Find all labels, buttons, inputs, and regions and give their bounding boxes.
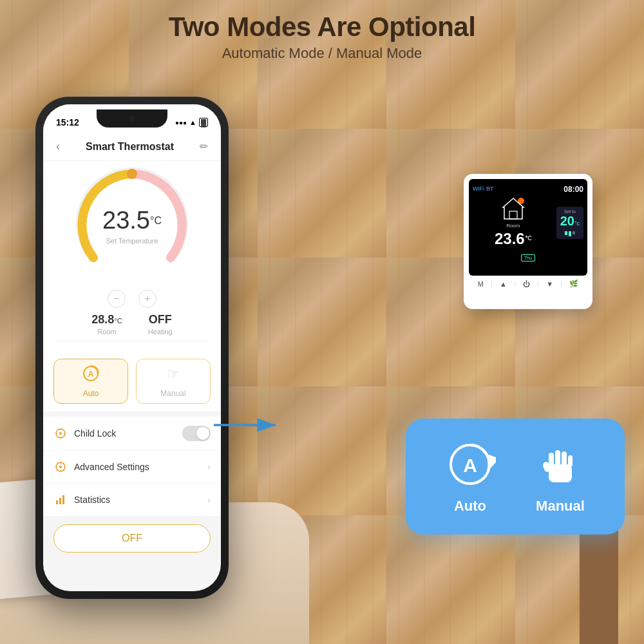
device-day-label: Thu	[521, 254, 535, 261]
temp-number: 23.5	[102, 207, 150, 234]
svg-point-11	[59, 466, 62, 468]
device-controls: M | ▲ | ⏻ | ▼ | 🌿	[469, 276, 587, 289]
svg-rect-22	[62, 495, 64, 504]
statistics-item[interactable]: Statistics ›	[43, 484, 221, 516]
device-house-area: Room 23.6℃	[473, 197, 554, 248]
temp-controls: − +	[56, 290, 208, 308]
info-auto-label: Auto	[454, 498, 486, 515]
advanced-settings-item[interactable]: Advanced Settings ›	[43, 451, 221, 484]
statistics-label: Statistics	[74, 495, 201, 505]
wifi-icon: ▲	[189, 118, 196, 126]
info-auto-icon: A	[444, 439, 496, 490]
advanced-settings-label: Advanced Settings	[74, 462, 201, 472]
nav-title: Smart Thermostat	[86, 141, 174, 153]
phone-body: 15:12 ●●● ▲ ▓ ‹ Smart Thermostat ✏	[35, 97, 229, 599]
device-set-temp-area: Set to 20°c	[556, 207, 583, 239]
device-power-button[interactable]: ⏻	[523, 280, 530, 288]
svg-text:☞: ☞	[167, 366, 180, 382]
device-leaf-button[interactable]: 🌿	[569, 279, 578, 288]
device-down-button[interactable]: ▼	[546, 280, 553, 288]
off-button[interactable]: OFF	[53, 524, 211, 553]
info-card-auto: A Auto	[444, 439, 496, 515]
device-body: WiFi BT 08:00	[464, 174, 592, 309]
child-lock-item[interactable]: Child Lock	[43, 417, 221, 451]
heating-display: OFF Heating	[148, 313, 173, 336]
furniture-leg	[580, 515, 618, 644]
svg-line-17	[63, 469, 64, 471]
child-lock-label: Child Lock	[74, 428, 176, 439]
device-current-temp: 23.6℃	[473, 230, 554, 248]
temp-unit: °C	[150, 215, 162, 226]
svg-text:A: A	[463, 455, 477, 476]
manual-mode-button[interactable]: ☞ Manual	[136, 359, 211, 404]
svg-point-0	[127, 169, 137, 179]
svg-rect-26	[509, 211, 517, 219]
advanced-settings-icon	[53, 460, 68, 474]
svg-rect-34	[562, 451, 567, 467]
manual-mode-label: Manual	[160, 389, 185, 398]
svg-line-16	[57, 464, 59, 465]
device-room-label: Room	[473, 223, 554, 229]
room-temp-display: 28.8°C Room	[91, 313, 122, 336]
device-wifi-icon: WiFi	[473, 185, 484, 192]
status-icons: ●●● ▲ ▓	[175, 118, 208, 127]
room-label: Room	[91, 328, 122, 336]
temperature-value: 23.5°C	[102, 207, 162, 234]
info-manual-icon	[535, 439, 586, 490]
svg-point-5	[59, 432, 62, 435]
edit-button[interactable]: ✏	[200, 140, 208, 153]
temperature-gauge: 23.5°C Set Temperature	[74, 167, 190, 283]
svg-line-19	[63, 464, 64, 465]
device-screen: WiFi BT 08:00	[469, 179, 587, 276]
room-temp-value: 28.8°C	[91, 313, 122, 327]
phone-screen: 15:12 ●●● ▲ ▓ ‹ Smart Thermostat ✏	[43, 104, 221, 591]
advanced-chevron-icon: ›	[207, 462, 211, 472]
sub-title: Automatic Mode / Manual Mode	[0, 45, 644, 62]
device-up-button[interactable]: ▲	[500, 280, 507, 288]
device-battery	[560, 231, 580, 236]
device-time: 08:00	[564, 183, 583, 194]
main-title: Two Modes Are Optional	[0, 12, 644, 43]
auto-mode-button[interactable]: A Auto	[53, 359, 128, 404]
title-section: Two Modes Are Optional Automatic Mode / …	[0, 12, 644, 62]
info-card-manual: Manual	[535, 439, 586, 515]
signal-icon: ●●●	[175, 119, 187, 126]
mode-row: A Auto ☞ Manual	[43, 351, 221, 412]
nav-bar: ‹ Smart Thermostat ✏	[43, 133, 221, 161]
phone-notch	[97, 109, 167, 128]
phone: 15:12 ●●● ▲ ▓ ‹ Smart Thermostat ✏	[35, 97, 229, 599]
statistics-chevron-icon: ›	[207, 495, 211, 505]
auto-mode-label: Auto	[83, 389, 99, 398]
heating-value: OFF	[148, 313, 173, 327]
back-button[interactable]: ‹	[56, 140, 60, 153]
auto-mode-icon: A	[82, 365, 100, 386]
svg-rect-21	[59, 498, 61, 504]
temp-center: 23.5°C Set Temperature	[102, 207, 162, 245]
status-time: 15:12	[56, 117, 79, 128]
device-bt-icon: BT	[486, 185, 494, 192]
arrow-indicator	[206, 406, 283, 444]
svg-line-18	[57, 469, 59, 471]
svg-text:A: A	[88, 370, 94, 379]
svg-rect-35	[568, 455, 573, 467]
device-set-temp: 20°c	[560, 214, 580, 229]
child-lock-icon	[53, 426, 68, 440]
info-manual-label: Manual	[536, 498, 585, 515]
device-day-area: Thu	[473, 251, 583, 262]
statistics-icon	[53, 493, 68, 507]
manual-mode-icon: ☞	[164, 365, 182, 386]
info-card: A Auto	[406, 419, 625, 535]
thermostat-device: WiFi BT 08:00	[464, 174, 592, 309]
svg-rect-33	[555, 450, 560, 467]
temp-label: Set Temperature	[102, 237, 162, 245]
thermostat-display: 23.5°C Set Temperature − +	[43, 161, 221, 351]
device-top-row: WiFi BT 08:00	[473, 183, 583, 194]
svg-rect-20	[56, 500, 58, 504]
temp-increase-button[interactable]: +	[138, 290, 156, 308]
settings-list: Child Lock	[43, 417, 221, 516]
temp-decrease-button[interactable]: −	[108, 290, 126, 308]
device-icons-left: WiFi BT	[473, 185, 494, 192]
room-info-row: 28.8°C Room OFF Heating	[56, 308, 208, 341]
device-m-button[interactable]: M	[478, 280, 484, 288]
battery-icon: ▓	[199, 118, 208, 127]
